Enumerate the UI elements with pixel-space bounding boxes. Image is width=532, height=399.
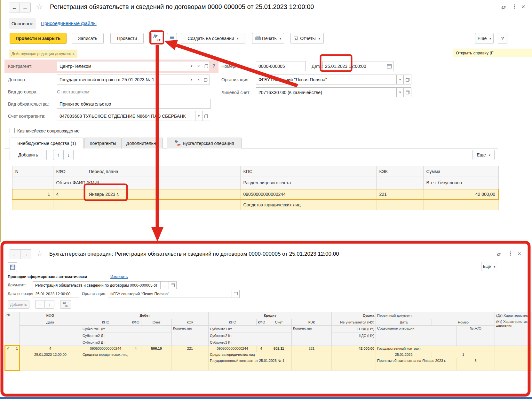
w2-favorite-star-icon[interactable]: ☆ bbox=[36, 250, 43, 257]
cell-jo[interactable]: 8 bbox=[457, 358, 495, 371]
posting-status-cell[interactable]: ✔1 bbox=[5, 346, 20, 371]
back-button[interactable]: ← bbox=[9, 3, 20, 12]
cell-empty[interactable] bbox=[20, 364, 81, 371]
w2-get-link-icon[interactable] bbox=[496, 251, 502, 258]
cell-dt-kek[interactable]: 221 bbox=[172, 346, 209, 352]
cell-doc-num[interactable]: 1 bbox=[432, 352, 495, 358]
org-open-button[interactable] bbox=[404, 75, 411, 84]
licevoy-dropdown-button[interactable]: ▾ bbox=[397, 87, 404, 97]
cell-kt-subkonto1[interactable]: Средства юридических лиц bbox=[209, 352, 292, 358]
w2-add-row-button[interactable]: Добавить bbox=[8, 300, 29, 309]
tab-vnebyudzhetnye[interactable]: Внебюджетные средства (1) bbox=[10, 138, 84, 148]
w2-org-open-button[interactable] bbox=[232, 290, 240, 298]
cell-empty[interactable] bbox=[332, 352, 376, 358]
write-button[interactable]: Записать bbox=[72, 33, 104, 44]
w2-more-button[interactable]: Еще▾ bbox=[481, 262, 497, 271]
w2-doc-input[interactable]: Регистрация обязательств и сведений по д… bbox=[33, 281, 161, 289]
post-and-close-button[interactable]: Провести и закрыть bbox=[10, 33, 67, 44]
cell-kt-subkonto3[interactable] bbox=[209, 364, 292, 371]
edit-postings-link[interactable]: Изменить bbox=[110, 275, 128, 279]
tab-dopolnitelno[interactable]: Дополнительно bbox=[122, 138, 163, 148]
cell-empty[interactable] bbox=[292, 352, 332, 371]
cell-summa[interactable]: 42 000,00 bbox=[332, 346, 376, 352]
cell-empty[interactable] bbox=[172, 352, 209, 371]
cell-razdel[interactable]: Средства юридических лиц bbox=[240, 200, 376, 210]
cell-empty[interactable] bbox=[332, 358, 376, 364]
cell-dt-schet[interactable]: 506.10 bbox=[141, 346, 172, 352]
cell-doc[interactable]: Государственный контракт bbox=[376, 346, 495, 352]
cell-doc-date[interactable]: 25.01.2022 bbox=[376, 352, 432, 358]
cell-dt-subkonto1[interactable]: Средства юридических лиц bbox=[81, 352, 172, 358]
schet-kontragenta-input[interactable]: 047003608 ТУЛЬСКОЕ ОТДЕЛЕНИЕ N8604 ПАО С… bbox=[57, 111, 195, 121]
cell-kt-subkonto2[interactable]: Государственный контракт от 25.01.2023 №… bbox=[209, 358, 292, 364]
w2-back-button[interactable]: ← bbox=[10, 249, 20, 259]
reports-button[interactable]: Отчеты▾ bbox=[290, 33, 324, 44]
cell-kfo[interactable]: 4 bbox=[20, 346, 81, 352]
window2-close-icon[interactable]: × bbox=[518, 251, 521, 257]
cell-dt-kps[interactable]: 0905000000000244 bbox=[81, 346, 130, 352]
add-row-button[interactable]: Добавить bbox=[10, 150, 47, 160]
forward-button[interactable]: → bbox=[20, 3, 31, 12]
window1-more-icon[interactable]: ⋮ bbox=[512, 4, 517, 9]
cell-period[interactable]: Январь 2023 г. bbox=[86, 189, 240, 200]
tab-attached-files[interactable]: Присоединенные файлы bbox=[41, 20, 97, 26]
kontragent-clear-button[interactable]: × bbox=[195, 61, 202, 71]
register-records-button[interactable] bbox=[167, 33, 177, 44]
schet-open-button[interactable] bbox=[202, 111, 210, 121]
kontragent-input[interactable]: Центр-Телеком bbox=[57, 61, 188, 71]
w2-move-down-button[interactable]: ↓ bbox=[45, 300, 54, 309]
w2-doc-select-button[interactable]: ... bbox=[161, 281, 169, 289]
move-up-button[interactable]: ↑ bbox=[53, 150, 63, 160]
licevoy-input[interactable]: 20716X30730 (в казначействе) bbox=[256, 87, 397, 97]
cell-empty[interactable] bbox=[495, 346, 532, 352]
dtkt-button[interactable]: ДтКт bbox=[151, 33, 163, 43]
kaznacheyskoe-checkbox[interactable] bbox=[10, 128, 15, 133]
cell-empty[interactable] bbox=[423, 200, 498, 210]
window2-more-icon[interactable]: ⋮ bbox=[508, 251, 513, 256]
cell-kt-schet[interactable]: 502.11 bbox=[266, 346, 292, 352]
more-button[interactable]: Еще▾ bbox=[475, 33, 494, 44]
help-button[interactable]: ? bbox=[498, 33, 507, 44]
create-based-on-button[interactable]: Создать на основании▾ bbox=[181, 33, 245, 44]
cell-kt-kek[interactable]: 221 bbox=[292, 346, 332, 352]
cell-n[interactable]: 1 bbox=[12, 189, 53, 200]
cell-dt-kfo[interactable]: 4 bbox=[130, 346, 141, 352]
cell-kt-kps[interactable]: 0905000000000244 bbox=[209, 346, 257, 352]
tab-osnovnoe[interactable]: Основное bbox=[9, 18, 36, 29]
w2-date-input[interactable]: 25.01.2023 12:00:00 bbox=[33, 290, 79, 298]
cell-kek[interactable]: 221 bbox=[376, 189, 423, 200]
tab-kontragenty[interactable]: Контрагенты bbox=[84, 138, 122, 148]
cell-content[interactable]: Приняты обязательства на Январь 2023 г. bbox=[376, 358, 457, 371]
kontragent-help-icon[interactable]: ? bbox=[212, 63, 215, 68]
dogovor-input[interactable]: Государственный контракт от 25.01.2023 №… bbox=[57, 75, 188, 84]
w2-doc-open-button[interactable] bbox=[169, 281, 177, 289]
cell-dt-subkonto2[interactable] bbox=[81, 358, 172, 364]
cell-empty[interactable] bbox=[332, 364, 376, 371]
data-calendar-button[interactable] bbox=[385, 61, 393, 71]
cell-summa[interactable]: 42 000,00 bbox=[423, 189, 498, 200]
favorite-star-icon[interactable]: ☆ bbox=[36, 4, 43, 11]
cell-kt-kfo[interactable]: 4 bbox=[257, 346, 266, 352]
cell-obekt-faip[interactable] bbox=[53, 200, 240, 210]
tab-buh-operaciya[interactable]: ДтКт Бухгалтерская операция bbox=[167, 138, 242, 148]
cell-kfo[interactable]: 4 bbox=[53, 189, 86, 200]
print-button[interactable]: Печать▾ bbox=[252, 33, 284, 44]
vid-obyazatelstva-input[interactable]: Принятое обязательство bbox=[57, 99, 210, 109]
cell-date[interactable]: 25.01.2023 12:00:00 bbox=[20, 352, 81, 358]
window1-close-icon[interactable]: × bbox=[521, 4, 525, 10]
schet-dropdown-button[interactable]: ▾ bbox=[195, 111, 202, 121]
cell-empty[interactable] bbox=[495, 352, 532, 371]
w2-move-up-button[interactable]: ↑ bbox=[35, 300, 45, 309]
cell-kps[interactable]: 09050000000000244 bbox=[240, 189, 376, 200]
org-input[interactable]: ФГБУ санаторий "Ясная Поляна" bbox=[256, 75, 397, 84]
cell-empty[interactable] bbox=[20, 358, 81, 364]
w2-save-button[interactable] bbox=[8, 262, 17, 272]
org-dropdown-button[interactable]: ▾ bbox=[397, 75, 404, 84]
kontragent-open-button[interactable] bbox=[202, 61, 210, 71]
grid-more-button[interactable]: Еще▾ bbox=[472, 150, 495, 160]
post-button[interactable]: Провести bbox=[110, 33, 144, 44]
cell-empty[interactable] bbox=[376, 200, 423, 210]
cell-dt-subkonto3[interactable] bbox=[81, 364, 172, 371]
data-input[interactable]: 25.01.2023 12:00:00 bbox=[322, 61, 385, 71]
nomer-input[interactable]: 0000-000005 bbox=[256, 61, 306, 71]
